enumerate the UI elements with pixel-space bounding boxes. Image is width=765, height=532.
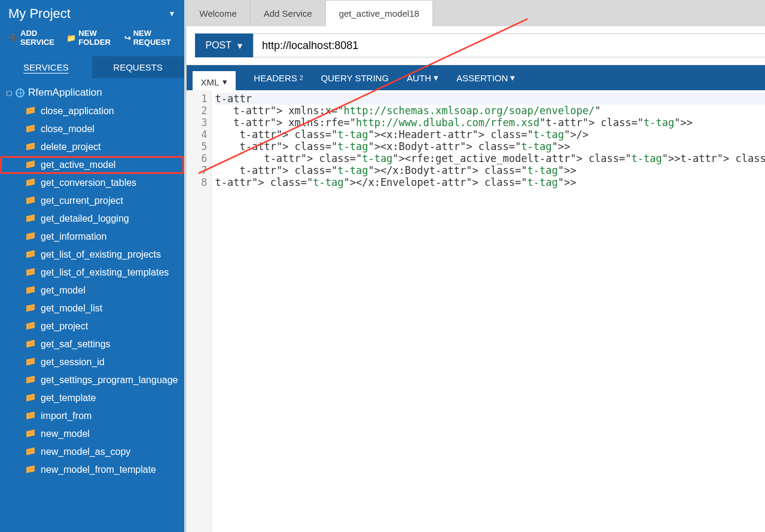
http-method-dropdown[interactable]: POST ▾ <box>195 33 254 57</box>
sidebar-item-label: get_list_of_existing_templates <box>41 267 169 278</box>
tab-services[interactable]: SERVICES <box>0 56 92 78</box>
sidebar-item-get_information[interactable]: get_information <box>0 228 184 246</box>
sidebar-item-get_conversion_tables[interactable]: get_conversion_tables <box>0 174 184 192</box>
code-content[interactable]: t-attr"> class="t-tag"><x:Envelope t-att… <box>212 90 766 532</box>
new-request-button[interactable]: ↪ NEW REQUEST <box>124 29 176 47</box>
sidebar-item-new_model[interactable]: new_model <box>0 425 184 443</box>
operation-icon <box>26 215 35 222</box>
sidebar-item-close_application[interactable]: close_application <box>0 102 184 120</box>
tree-root-label: RfemApplication <box>28 87 102 99</box>
tab-auth[interactable]: AUTH ▾ <box>407 72 438 83</box>
operation-icon <box>26 197 35 204</box>
sidebar-item-get_model_list[interactable]: get_model_list <box>0 299 184 317</box>
sidebar-item-get_session_id[interactable]: get_session_id <box>0 353 184 371</box>
project-title-row[interactable]: My Project ▼ <box>8 6 176 25</box>
sidebar-item-label: get_model_list <box>41 303 102 314</box>
sidebar-item-label: get_list_of_existing_projects <box>41 249 161 260</box>
operation-icon <box>26 269 35 276</box>
operation-icon <box>26 395 35 402</box>
sidebar-item-label: get_settings_program_language <box>41 375 178 386</box>
code-editor[interactable]: 12345678 t-attr"> class="t-tag"><x:Envel… <box>187 90 766 532</box>
chevron-down-icon: ▾ <box>434 72 438 83</box>
sidebar-item-new_model_as_copy[interactable]: new_model_as_copy <box>0 443 184 461</box>
tab-welcome[interactable]: Welcome <box>187 0 251 26</box>
sidebar-item-get_list_of_existing_projects[interactable]: get_list_of_existing_projects <box>0 246 184 264</box>
sidebar-item-label: close_model <box>41 124 95 134</box>
operation-icon <box>26 377 35 384</box>
topbar: WelcomeAdd Serviceget_active_model18 No … <box>187 0 766 26</box>
operation-icon <box>26 341 35 348</box>
tab-add-service[interactable]: Add Service <box>251 0 326 26</box>
sidebar-item-label: get_project <box>41 321 88 332</box>
sidebar-item-get_template[interactable]: get_template <box>0 389 184 407</box>
sidebar-item-get_saf_settings[interactable]: get_saf_settings <box>0 335 184 353</box>
sidebar-item-label: delete_project <box>41 142 101 152</box>
operation-icon <box>26 412 35 420</box>
collapse-icon[interactable]: ▢ <box>6 89 12 97</box>
sidebar-item-import_from[interactable]: import_from <box>0 407 184 425</box>
operation-icon <box>26 448 35 455</box>
tab-requests[interactable]: REQUESTS <box>92 56 184 78</box>
sidebar-item-label: new_model <box>41 429 90 439</box>
tab-headers[interactable]: HEADERS 2 <box>254 73 303 83</box>
operation-icon <box>26 251 35 258</box>
sidebar-item-label: close_application <box>41 106 114 117</box>
tab-query-string[interactable]: QUERY STRING <box>321 73 389 83</box>
operation-icon <box>26 430 35 438</box>
folder-icon: 📁 <box>66 33 76 42</box>
sidebar-item-get_settings_program_language[interactable]: get_settings_program_language <box>0 371 184 389</box>
plus-icon: ➕ <box>8 33 18 42</box>
sidebar-item-label: get_model <box>41 285 86 296</box>
operation-icon <box>26 161 35 169</box>
sidebar-item-label: get_template <box>41 393 96 403</box>
sidebar-item-get_active_model[interactable]: get_active_model <box>0 156 184 174</box>
sidebar-item-label: get_conversion_tables <box>41 178 136 188</box>
sidebar-item-label: new_model_from_template <box>41 464 156 475</box>
sidebar-item-label: get_current_project <box>41 195 123 206</box>
tab-get_active_model18[interactable]: get_active_model18 <box>326 0 433 26</box>
sidebar-item-get_list_of_existing_templates[interactable]: get_list_of_existing_templates <box>0 264 184 282</box>
line-gutter: 12345678 <box>187 90 212 532</box>
sidebar-item-get_model[interactable]: get_model <box>0 282 184 299</box>
url-input[interactable] <box>253 33 765 57</box>
sidebar-item-label: get_detailed_logging <box>41 213 129 224</box>
tab-assertion[interactable]: ASSERTION ▾ <box>456 72 515 83</box>
operation-icon <box>26 323 35 330</box>
project-caret-icon[interactable]: ▼ <box>169 10 176 18</box>
chevron-down-icon: ▾ <box>510 72 515 83</box>
sidebar-item-label: new_model_as_copy <box>41 447 130 457</box>
chevron-down-icon: ▾ <box>223 77 227 87</box>
body-format-dropdown[interactable]: XML ▾ <box>193 71 236 90</box>
sidebar-item-get_project[interactable]: get_project <box>0 317 184 335</box>
operation-icon <box>26 143 35 151</box>
globe-icon <box>16 88 25 97</box>
sidebar-item-label: get_active_model <box>41 160 115 170</box>
sidebar-item-get_current_project[interactable]: get_current_project <box>0 192 184 210</box>
project-title: My Project <box>8 6 71 22</box>
new-folder-button[interactable]: 📁 NEW FOLDER <box>66 29 115 47</box>
service-tree: ▢ RfemApplication close_applicationclose… <box>0 78 184 532</box>
tree-root[interactable]: ▢ RfemApplication <box>0 83 184 102</box>
chevron-down-icon: ▾ <box>237 40 242 51</box>
operation-icon <box>26 359 35 366</box>
sidebar-item-label: get_saf_settings <box>41 339 111 350</box>
sidebar-item-close_model[interactable]: close_model <box>0 120 184 138</box>
main-panel: WelcomeAdd Serviceget_active_model18 No … <box>187 0 766 532</box>
sidebar-item-label: get_session_id <box>41 357 105 368</box>
request-subnav: XML ▾ HEADERS 2 QUERY STRING AUTH ▾ ASSE… <box>187 65 766 90</box>
add-service-button[interactable]: ➕ ADD SERVICE <box>8 29 58 47</box>
operation-icon <box>26 287 35 294</box>
request-icon: ↪ <box>124 33 131 42</box>
tabbar: WelcomeAdd Serviceget_active_model18 <box>187 0 433 26</box>
operation-icon <box>26 305 35 312</box>
operation-icon <box>26 179 35 186</box>
headers-count-badge: 2 <box>300 75 303 81</box>
sidebar-item-get_detailed_logging[interactable]: get_detailed_logging <box>0 210 184 228</box>
sidebar-item-label: import_from <box>41 411 92 421</box>
operation-icon <box>26 466 35 473</box>
operation-icon <box>26 108 35 115</box>
operation-icon <box>26 126 35 133</box>
sidebar-item-delete_project[interactable]: delete_project <box>0 138 184 156</box>
sidebar-item-label: get_information <box>41 231 106 242</box>
sidebar-item-new_model_from_template[interactable]: new_model_from_template <box>0 461 184 479</box>
